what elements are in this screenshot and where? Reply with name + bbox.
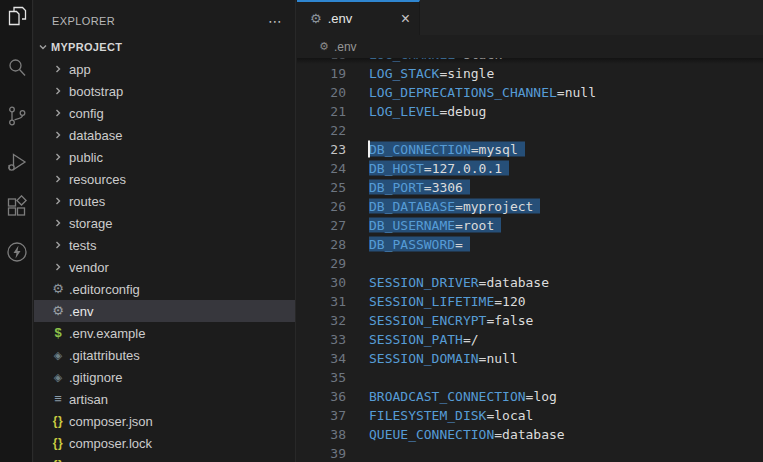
breadcrumb-item[interactable]: .env bbox=[334, 40, 357, 54]
lightning-activity-button[interactable] bbox=[0, 234, 33, 274]
code-line-33[interactable]: 33SESSION_PATH=/ bbox=[297, 330, 763, 349]
item-label: .env bbox=[69, 304, 94, 319]
code-line-28[interactable]: 28DB_PASSWORD= bbox=[297, 235, 763, 254]
gear-icon: ⚙ bbox=[319, 40, 329, 53]
code-line-25[interactable]: 25DB_PORT=3306 bbox=[297, 178, 763, 197]
more-actions-icon[interactable]: ⋯ bbox=[268, 13, 283, 29]
line-content: SESSION_PATH=/ bbox=[369, 332, 479, 347]
chevron-right-icon bbox=[50, 240, 66, 250]
item-label: public bbox=[69, 150, 103, 165]
item-label: bootstrap bbox=[69, 84, 123, 99]
sidebar-item-.env.example[interactable]: $.env.example bbox=[34, 322, 295, 344]
activity-bar bbox=[0, 0, 33, 462]
code-line-32[interactable]: 32SESSION_ENCRYPT=false bbox=[297, 311, 763, 330]
sidebar-item-.editorconfig[interactable]: ⚙.editorconfig bbox=[34, 278, 295, 300]
line-content: LOG_STACK=single bbox=[369, 66, 494, 81]
search-activity-button[interactable] bbox=[0, 50, 33, 90]
line-content: BROADCAST_CONNECTION=log bbox=[369, 389, 557, 404]
tab-bar: ⚙ .env × bbox=[297, 0, 763, 35]
item-label: composer.json bbox=[69, 414, 153, 429]
sidebar-item-.gitignore[interactable]: ◈.gitignore bbox=[34, 366, 295, 388]
code-line-30[interactable]: 30SESSION_DRIVER=database bbox=[297, 273, 763, 292]
code-line-37[interactable]: 37FILESYSTEM_DISK=local bbox=[297, 406, 763, 425]
sidebar-item-tests[interactable]: tests bbox=[34, 234, 295, 256]
line-content: LOG_DEPRECATIONS_CHANNEL=null bbox=[369, 85, 596, 100]
code-line-24[interactable]: 24DB_HOST=127.0.0.1 bbox=[297, 159, 763, 178]
code-line-36[interactable]: 36BROADCAST_CONNECTION=log bbox=[297, 387, 763, 406]
lines-file-icon: ≡ bbox=[50, 391, 66, 407]
line-content: SESSION_DRIVER=database bbox=[369, 275, 549, 290]
code-line-38[interactable]: 38QUEUE_CONNECTION=database bbox=[297, 425, 763, 444]
chevron-right-icon bbox=[50, 130, 66, 140]
line-number: 29 bbox=[297, 256, 346, 271]
sidebar-item-.env[interactable]: ⚙.env bbox=[34, 300, 295, 322]
chevron-right-icon bbox=[50, 174, 66, 184]
sidebar-item-routes[interactable]: routes bbox=[34, 190, 295, 212]
line-content: DB_CONNECTION=mysql bbox=[369, 142, 525, 157]
git-diamond-file-icon: ◈ bbox=[50, 369, 66, 385]
extensions-activity-button[interactable] bbox=[0, 189, 33, 229]
code-line-35[interactable]: 35 bbox=[297, 368, 763, 387]
line-content: LOG_CHANNEL=stack bbox=[369, 58, 502, 62]
line-number: 24 bbox=[297, 161, 346, 176]
code-line-29[interactable]: 29 bbox=[297, 254, 763, 273]
line-number: 33 bbox=[297, 332, 346, 347]
line-number: 26 bbox=[297, 199, 346, 214]
code-line-31[interactable]: 31SESSION_LIFETIME=120 bbox=[297, 292, 763, 311]
code-line-21[interactable]: 21LOG_LEVEL=debug bbox=[297, 102, 763, 121]
code-lines: 18LOG_CHANNEL=stack19LOG_STACK=single20L… bbox=[297, 58, 763, 462]
tab-env[interactable]: ⚙ .env × bbox=[297, 0, 420, 35]
lightning-icon bbox=[5, 240, 29, 268]
item-label: resources bbox=[69, 172, 126, 187]
code-line-34[interactable]: 34SESSION_DOMAIN=null bbox=[297, 349, 763, 368]
code-line-23[interactable]: 23DB_CONNECTION=mysql bbox=[297, 140, 763, 159]
sidebar-item-composer.json[interactable]: {}composer.json bbox=[34, 410, 295, 432]
chevron-right-icon bbox=[50, 86, 66, 96]
code-line-19[interactable]: 19LOG_STACK=single bbox=[297, 64, 763, 83]
project-root-row[interactable]: MYPROJECT bbox=[34, 36, 295, 58]
explorer-header: EXPLORER ⋯ bbox=[34, 0, 295, 36]
sidebar-item-vendor[interactable]: vendor bbox=[34, 256, 295, 278]
sidebar-item-storage[interactable]: storage bbox=[34, 212, 295, 234]
chevron-right-icon bbox=[50, 218, 66, 228]
line-content: QUEUE_CONNECTION=database bbox=[369, 427, 565, 442]
item-label: .gitignore bbox=[69, 370, 122, 385]
code-line-20[interactable]: 20LOG_DEPRECATIONS_CHANNEL=null bbox=[297, 83, 763, 102]
chevron-right-icon bbox=[50, 152, 66, 162]
run-debug-activity-button[interactable] bbox=[0, 144, 33, 184]
files-icon bbox=[5, 4, 29, 32]
line-number: 19 bbox=[297, 66, 346, 81]
run-debug-icon bbox=[5, 150, 29, 178]
git-diamond-file-icon: ◈ bbox=[50, 347, 66, 363]
line-content: SESSION_DOMAIN=null bbox=[369, 351, 518, 366]
braces-file-icon: {} bbox=[50, 413, 66, 429]
code-line-27[interactable]: 27DB_USERNAME=root bbox=[297, 216, 763, 235]
code-line-39[interactable]: 39 bbox=[297, 444, 763, 462]
sidebar-item-public[interactable]: public bbox=[34, 146, 295, 168]
source-control-activity-button[interactable] bbox=[0, 98, 33, 138]
explorer-activity-button[interactable] bbox=[0, 0, 33, 38]
vscode-window: EXPLORER ⋯ MYPROJECT appbootstrapconfigd… bbox=[0, 0, 763, 462]
sidebar-item-config[interactable]: config bbox=[34, 102, 295, 124]
sidebar-item-bootstrap[interactable]: bootstrap bbox=[34, 80, 295, 102]
sidebar-item-.gitattributes[interactable]: ◈.gitattributes bbox=[34, 344, 295, 366]
sidebar-item-artisan[interactable]: ≡artisan bbox=[34, 388, 295, 410]
sidebar-item-app[interactable]: app bbox=[34, 58, 295, 80]
gear-icon: ⚙ bbox=[310, 11, 322, 26]
sidebar-item-database[interactable]: database bbox=[34, 124, 295, 146]
explorer-title: EXPLORER bbox=[52, 15, 268, 27]
line-number: 31 bbox=[297, 294, 346, 309]
close-icon[interactable]: × bbox=[397, 11, 419, 27]
sidebar-item-composer.lock[interactable]: {}composer.lock bbox=[34, 432, 295, 454]
code-line-22[interactable]: 22 bbox=[297, 121, 763, 140]
line-content: DB_DATABASE=myproject bbox=[369, 199, 540, 214]
line-number: 30 bbox=[297, 275, 346, 290]
item-label: .gitattributes bbox=[69, 348, 140, 363]
sidebar-item-resources[interactable]: resources bbox=[34, 168, 295, 190]
chevron-right-icon bbox=[50, 262, 66, 272]
code-line-26[interactable]: 26DB_DATABASE=myproject bbox=[297, 197, 763, 216]
sidebar-item-partial[interactable]: {} bbox=[34, 454, 295, 462]
line-number: 23 bbox=[297, 142, 346, 157]
line-number: 32 bbox=[297, 313, 346, 328]
code-editor[interactable]: 18LOG_CHANNEL=stack19LOG_STACK=single20L… bbox=[297, 58, 763, 462]
